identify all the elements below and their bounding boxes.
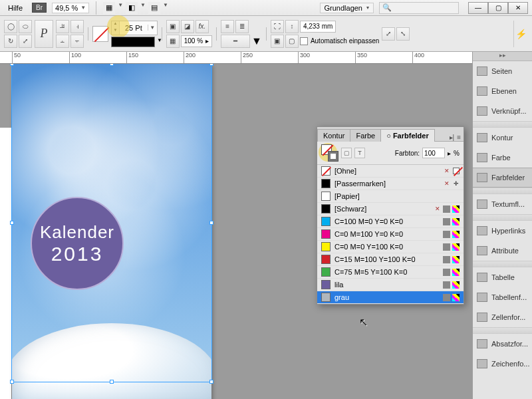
swatch-color-chip <box>321 217 331 226</box>
tint-input[interactable] <box>422 148 445 158</box>
swatch-row[interactable]: C=15 M=100 Y=100 K=0 <box>317 253 464 266</box>
dock-item-kontur[interactable]: Kontur <box>473 128 532 148</box>
swatch-name: C=100 M=0 Y=0 K=0 <box>334 217 439 225</box>
bridge-button[interactable]: Br <box>32 3 47 13</box>
stroke-weight-field[interactable]: ▲▼ 25 Pt ▼ <box>111 21 158 35</box>
align-icon[interactable]: ⫡ <box>56 20 69 33</box>
dock-item-zeichenfo[interactable]: Zeichenfo... <box>473 354 532 374</box>
lock-icon: ✕ <box>434 205 441 213</box>
align-icon-2[interactable]: ⫠ <box>56 35 69 48</box>
fit-icon-b[interactable]: ⤡ <box>396 27 410 41</box>
swatch-color-chip <box>321 166 331 176</box>
swatches-panel[interactable]: Kontur Farbe ○ Farbfelder ▸|≡ ▢ T Farbto… <box>317 126 464 305</box>
dock-item-tabelle[interactable]: Tabelle <box>473 267 532 287</box>
arrange-icon[interactable]: ▤ <box>148 2 160 14</box>
search-input[interactable]: 🔍 <box>379 2 459 14</box>
dock-item-ebenen[interactable]: Ebenen <box>473 81 532 101</box>
stroke-weight-value: 25 Pt <box>120 24 148 32</box>
wrap-icon[interactable]: ▣ <box>166 20 180 33</box>
ruler-tick: 350 <box>355 52 367 63</box>
swatch-row[interactable]: lila <box>317 279 464 291</box>
view-options-icon[interactable]: ▦ <box>103 2 115 14</box>
col-icon[interactable]: ≡ <box>221 20 234 33</box>
dock-item-label: Textumfl... <box>491 200 525 208</box>
opacity-icon[interactable]: ▦ <box>166 35 180 48</box>
swatch-row[interactable]: C=0 M=100 Y=0 K=0 <box>317 228 464 241</box>
swatch-row[interactable]: C=100 M=0 Y=0 K=0 <box>317 215 464 228</box>
dock-item-seiten[interactable]: Seiten <box>473 61 532 81</box>
distribute-icon-2[interactable]: ⫟ <box>70 35 84 48</box>
swatch-color-chip <box>321 204 331 213</box>
swatch-color-chip <box>321 293 331 302</box>
dock-item-hyperlinks[interactable]: Hyperlinks <box>473 221 532 241</box>
screen-mode-icon[interactable]: ◧ <box>126 2 138 14</box>
swatch-row[interactable]: [Passermarken]✕✛ <box>317 178 464 190</box>
corner-options-icon[interactable]: ⬭ <box>19 20 32 33</box>
dock-item-tabellenf[interactable]: Tabellenf... <box>473 287 532 307</box>
dock-item-farbe[interactable]: Farbe <box>473 148 532 168</box>
tab-kontur[interactable]: Kontur <box>317 129 350 142</box>
dock-item-farbfelder[interactable]: Farbfelder <box>473 168 532 188</box>
menubar: Hilfe Br 49,5 %▼ ▦▼ ◧▼ ▤▼ Grundlagen▾ 🔍 … <box>0 0 532 16</box>
col-icon-2[interactable]: ≣ <box>235 20 249 33</box>
stroke-color-bar[interactable]: ▼ <box>111 37 155 47</box>
dock-item-absatzfor[interactable]: Absatzfor... <box>473 334 532 354</box>
swatch-row[interactable]: grau <box>317 291 464 304</box>
baseline-icon[interactable]: ━ <box>221 35 250 48</box>
dock-item-zellenfor[interactable]: Zellenfor... <box>473 307 532 327</box>
ruler-tick: 100 <box>69 52 81 63</box>
fit-icon-a[interactable]: ⤢ <box>382 27 395 41</box>
swatch-list[interactable]: [Ohne]✕[Passermarken]✕✛[Papier][Schwarz]… <box>317 165 464 304</box>
workspace-switcher[interactable]: Grundlagen▾ <box>320 3 374 13</box>
selection-frame[interactable] <box>11 64 212 382</box>
tint-slider-icon[interactable]: ▸ <box>448 150 451 157</box>
fill-stroke-proxy[interactable] <box>321 144 338 162</box>
panel-menu-icon[interactable]: ≡ <box>457 134 461 141</box>
distribute-icon[interactable]: ⫞ <box>70 20 84 33</box>
fill-swatch[interactable] <box>92 26 108 42</box>
vertical-ruler <box>0 128 12 399</box>
dock-item-label: Farbfelder <box>491 174 525 182</box>
fit-content-icon-2[interactable]: ▢ <box>285 35 299 48</box>
swatch-name: [Passermarken] <box>334 180 439 188</box>
container-format-icon[interactable]: ▢ <box>341 148 352 158</box>
corner-live-icon[interactable]: ◯ <box>4 20 17 33</box>
dock-item-verknpf[interactable]: Verknüpf... <box>473 101 532 121</box>
quick-apply-icon[interactable]: ⚡ <box>513 21 528 47</box>
swatch-row[interactable]: [Schwarz]✕ <box>317 203 464 215</box>
panel-collapse-icon[interactable]: ▸| <box>450 134 455 141</box>
swatch-name: C=15 M=100 Y=100 K=0 <box>334 255 439 263</box>
tab-farbfelder[interactable]: ○ Farbfelder <box>380 129 435 142</box>
swatch-row[interactable]: [Ohne]✕ <box>317 165 464 178</box>
opacity-field[interactable]: 100 %▸ <box>181 35 212 47</box>
zoom-level[interactable]: 49,5 %▼ <box>52 3 89 13</box>
fx-icon[interactable]: fx. <box>196 20 209 33</box>
inset-field[interactable]: 4,233 mm <box>300 21 336 33</box>
tab-farbe[interactable]: Farbe <box>350 129 381 142</box>
ruler-tick: 250 <box>241 52 253 63</box>
effects-icon[interactable]: ◪ <box>181 20 194 33</box>
paragraph-icon[interactable]: P <box>35 20 53 48</box>
swatch-row[interactable]: [Papier] <box>317 190 464 203</box>
menu-help[interactable]: Hilfe <box>4 3 27 13</box>
transform-icon[interactable]: ↻ <box>4 35 17 48</box>
process-icon <box>443 256 450 263</box>
dock-item-label: Verknüpf... <box>491 107 527 115</box>
dock-item-textumfl[interactable]: Textumfl... <box>473 194 532 214</box>
swatch-color-chip <box>321 242 331 251</box>
swatch-row[interactable]: C=0 M=0 Y=100 K=0 <box>317 241 464 253</box>
window-close[interactable]: ✕ <box>508 2 528 14</box>
inset-value: 4,233 mm <box>303 23 332 30</box>
window-maximize[interactable]: ▢ <box>488 2 508 14</box>
swatch-color-chip <box>321 192 331 201</box>
inset-spin-icon[interactable]: ↕ <box>285 20 299 33</box>
text-format-icon[interactable]: T <box>354 148 365 158</box>
fit-content-icon[interactable]: ▣ <box>271 35 284 48</box>
window-minimize[interactable]: — <box>468 2 488 14</box>
dock-item-attribute[interactable]: Attribute <box>473 241 532 261</box>
auto-fit-checkbox[interactable]: Automatisch einpassen <box>300 37 379 45</box>
flip-icon[interactable]: ⤢ <box>19 35 32 48</box>
fit-frame-icon[interactable]: ⛶ <box>271 20 284 33</box>
swatch-row[interactable]: C=75 M=5 Y=100 K=0 <box>317 266 464 279</box>
dock-collapse-icon[interactable]: ▸▸ <box>473 52 532 61</box>
